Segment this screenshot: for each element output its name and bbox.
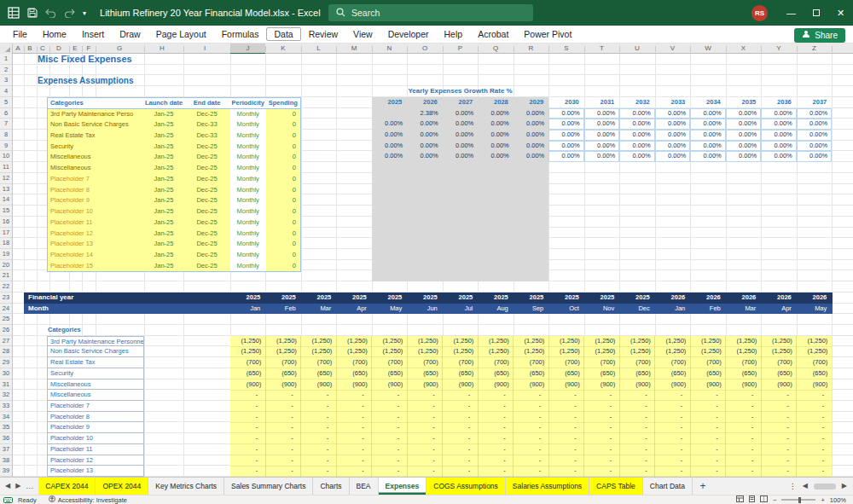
cell-launch-date[interactable]: Jan-25 — [144, 130, 183, 142]
financial-year-cell[interactable]: 2025 — [265, 293, 301, 304]
growth-rate-cell[interactable]: 0.00% — [761, 130, 797, 141]
growth-rate-cell[interactable]: 0.00% — [619, 119, 655, 130]
monthly-value-cell[interactable]: - — [619, 444, 655, 455]
hscroll-left-button[interactable]: ◀ — [803, 483, 808, 490]
monthly-value-cell[interactable]: - — [726, 444, 762, 455]
column-header-u[interactable]: U — [635, 43, 640, 54]
cell-periodicity[interactable]: Monthly — [230, 261, 266, 272]
column-header-p[interactable]: P — [458, 43, 462, 54]
growth-rate-cell[interactable]: 0.00% — [761, 151, 797, 162]
monthly-value-cell[interactable]: (900) — [726, 379, 762, 391]
growth-year-header[interactable]: 2029 — [514, 97, 549, 108]
monthly-value-cell[interactable]: (700) — [230, 357, 266, 368]
page-break-view-icon[interactable] — [760, 495, 768, 504]
ribbon-tab-data[interactable]: Data — [266, 27, 300, 41]
monthly-value-cell[interactable]: (1,250) — [265, 346, 301, 357]
cell-periodicity[interactable]: Monthly — [230, 152, 266, 163]
growth-rate-cell[interactable]: 0.00% — [584, 151, 620, 162]
sheet-nav-right-button[interactable]: ▶ — [15, 483, 20, 490]
monthly-value-cell[interactable]: - — [797, 455, 833, 466]
expense-category-cell[interactable]: Placeholder 9 — [47, 422, 144, 433]
cell-launch-date[interactable]: Jan-25 — [144, 142, 183, 153]
monthly-value-cell[interactable]: - — [548, 412, 584, 423]
growth-rate-cell[interactable]: 0.00% — [514, 151, 549, 162]
ribbon-tab-developer[interactable]: Developer — [380, 27, 437, 41]
column-header-r[interactable]: R — [529, 43, 534, 54]
growth-rate-cell[interactable]: 0.00% — [726, 130, 762, 141]
growth-year-header[interactable]: 2034 — [690, 97, 726, 108]
monthly-value-cell[interactable]: - — [690, 401, 726, 412]
row-header-16[interactable]: 16 — [0, 217, 12, 228]
monthly-value-cell[interactable]: - — [443, 422, 479, 433]
growth-year-header[interactable]: 2032 — [619, 97, 655, 108]
column-header-a[interactable]: A — [15, 43, 20, 54]
growth-rate-cell[interactable]: 0.00% — [548, 108, 584, 119]
cell-launch-date[interactable]: Jan-25 — [144, 229, 183, 240]
cell-end-date[interactable]: Dec-25 — [183, 206, 230, 217]
expense-category-cell[interactable]: Real Estate Tax — [47, 357, 144, 368]
financial-year-cell[interactable]: 2025 — [301, 293, 337, 304]
cell-launch-date[interactable]: Jan-25 — [144, 152, 183, 163]
column-header-j[interactable]: J — [247, 43, 250, 54]
cell-category[interactable]: Miscellaneous — [48, 163, 144, 174]
sheet-tab-sales-summary-charts[interactable]: Sales Summary Charts — [224, 478, 313, 495]
monthly-value-cell[interactable]: - — [655, 390, 691, 401]
monthly-value-cell[interactable]: - — [265, 390, 301, 401]
cell-periodicity[interactable]: Monthly — [230, 217, 266, 229]
monthly-value-cell[interactable]: - — [584, 401, 620, 412]
monthly-value-cell[interactable]: (650) — [761, 368, 797, 379]
monthly-value-cell[interactable]: - — [761, 422, 797, 433]
row-header-31[interactable]: 31 — [0, 379, 12, 391]
growth-rate-cell[interactable]: 0.00% — [690, 151, 726, 162]
cell-spending[interactable]: 0 — [266, 119, 301, 130]
expense-category-cell[interactable]: Non Basic Service Charges — [47, 346, 144, 357]
monthly-value-cell[interactable]: - — [301, 390, 337, 401]
financial-year-cell[interactable]: 2025 — [584, 293, 620, 304]
expense-category-cell[interactable]: Miscellaneous — [47, 390, 144, 401]
cell-launch-date[interactable]: Jan-25 — [144, 239, 183, 250]
growth-rate-cell[interactable]: 0.00% — [584, 130, 620, 141]
cell-launch-date[interactable]: Jan-25 — [144, 109, 183, 120]
monthly-value-cell[interactable]: - — [548, 401, 584, 412]
ribbon-tab-view[interactable]: View — [345, 27, 380, 41]
growth-rate-cell[interactable]: 0.00% — [655, 108, 691, 119]
monthly-value-cell[interactable]: (900) — [619, 379, 655, 391]
minimize-button[interactable]: — — [779, 0, 804, 26]
expense-category-cell[interactable]: Placeholder 8 — [47, 412, 144, 423]
financial-year-cell[interactable]: 2025 — [407, 293, 443, 304]
monthly-value-cell[interactable]: - — [514, 455, 549, 466]
growth-rate-cell[interactable]: 0.00% — [548, 151, 584, 162]
column-header-i[interactable]: I — [204, 43, 206, 54]
monthly-value-cell[interactable]: (1,250) — [301, 346, 337, 357]
monthly-value-cell[interactable]: - — [514, 444, 549, 455]
growth-rate-cell[interactable]: 0.00% — [514, 119, 549, 130]
cell-periodicity[interactable]: Monthly — [230, 239, 266, 250]
monthly-value-cell[interactable]: (900) — [655, 379, 691, 391]
monthly-value-cell[interactable]: - — [301, 444, 337, 455]
row-header-2[interactable]: 2 — [0, 65, 12, 76]
expense-category-cell[interactable]: Placeholder 10 — [47, 433, 144, 444]
cell-category[interactable]: Placeholder 7 — [48, 174, 144, 185]
monthly-value-cell[interactable]: - — [372, 433, 408, 444]
growth-year-header[interactable]: 2026 — [407, 97, 443, 108]
growth-rate-cell[interactable]: 0.00% — [619, 151, 655, 162]
monthly-value-cell[interactable]: - — [619, 401, 655, 412]
row-header-3[interactable]: 3 — [0, 75, 12, 86]
monthly-value-cell[interactable]: - — [230, 412, 266, 423]
cell-periodicity[interactable]: Monthly — [230, 130, 266, 142]
growth-rate-cell[interactable]: 0.00% — [726, 141, 762, 152]
row-header-10[interactable]: 10 — [0, 151, 12, 162]
monthly-value-cell[interactable]: - — [265, 455, 301, 466]
sheet-tab-salaries-assumptions[interactable]: Salaries Assumptions — [506, 478, 589, 495]
growth-rate-cell[interactable]: 0.00% — [548, 141, 584, 152]
growth-rate-cell[interactable]: 0.00% — [478, 108, 514, 119]
monthly-value-cell[interactable]: - — [230, 455, 266, 466]
monthly-value-cell[interactable]: - — [478, 444, 514, 455]
cell-launch-date[interactable]: Jan-25 — [144, 163, 183, 174]
financial-year-label[interactable]: Financial year — [28, 293, 73, 304]
cell-periodicity[interactable]: Monthly — [230, 109, 266, 120]
month-cell[interactable]: Oct — [548, 304, 584, 315]
growth-rate-cell[interactable]: 0.00% — [619, 141, 655, 152]
monthly-value-cell[interactable]: (1,250) — [407, 346, 443, 357]
row-header-14[interactable]: 14 — [0, 194, 12, 206]
